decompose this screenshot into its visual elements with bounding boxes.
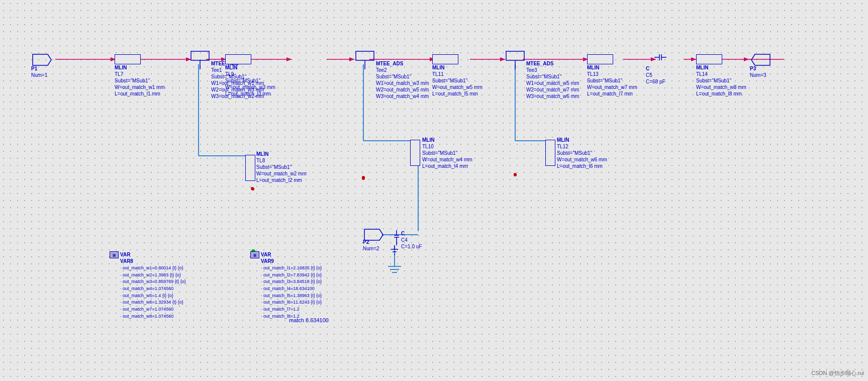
tl10-component [410,140,420,166]
tl12-component [545,140,555,166]
tl13-label: MLIN TL13 Subst="MSub1" W=out_match_w7 m… [587,64,637,97]
var8-icon: ▦ [110,251,119,258]
watermark: CSDN @怡步颐心.rui [811,369,864,377]
tl9-label: MLIN TL9 Subst="MSub1" W=out_match_w3 mm… [225,64,275,97]
tee3-label: MTEE_ADS Tee3 Subst="MSub1" W1=out_match… [526,60,579,100]
tl12-label: MLIN TL12 Subst="MSub1" W=out_match_w6 m… [557,137,607,169]
tee2-label: MTEE_ADS Tee2 Subst="MSub1" W1=out_match… [376,60,429,100]
svg-marker-7 [286,57,292,61]
var8-block: ▦ VAR VAR8 · out_match_w1=0.80014 {t} {o… [110,251,186,320]
tl14-component [696,54,722,64]
var9-label: VAR VAR9 · out_match_l1=2.16835 {t} {o} … [261,251,322,320]
port-p3-label: P3 Num=3 [750,65,766,78]
tl9-component [225,54,251,64]
tl11-component [432,54,458,64]
svg-rect-43 [356,51,374,60]
tee1-component [190,50,210,70]
tee3-component [505,50,525,70]
tl7-label: MLIN TL7 Subst="MSub1" W=out_match_w1 mm… [115,64,165,97]
var8-label: VAR VAR8 · out_match_w1=0.80014 {t} {o} … [120,251,186,320]
svg-marker-40 [33,54,51,65]
red-dot-tl8 [251,187,254,190]
tl10-label: MLIN TL10 Subst="MSub1" W=out_match_w4 m… [422,137,472,169]
tl8-component [245,155,255,181]
svg-rect-41 [191,51,209,60]
tl8-label: MLIN TL8 Subst="MSub1" W=out_match_w2 mm… [256,151,307,183]
port-p1-label: P1 Num=1 [31,65,48,78]
c4-component [393,230,400,247]
tl13-component [587,54,613,64]
red-dot-tl10 [362,176,365,179]
ground-c4 [390,245,400,260]
c5-label: C C5 C=68 pF [646,65,665,85]
svg-marker-51 [751,54,770,65]
tl14-label: MLIN TL14 Subst="MSub1" W=out_match_w8 m… [696,64,746,97]
port-p2-label: P2 Num=2 [363,239,379,252]
var9-block: ▦ VAR VAR9 · out_match_l1=2.16835 {t} {o… [250,251,322,320]
tee2-component [355,50,375,70]
tl7-component [115,54,141,64]
svg-marker-13 [500,57,505,61]
tl11-label: MLIN TL11 Subst="MSub1" W=out_match_w5 m… [432,64,483,97]
c4-label: C C4 C=1.0 uF [401,230,422,250]
svg-rect-45 [506,51,524,60]
red-dot-tl12 [514,173,517,176]
svg-marker-9 [349,57,354,61]
svg-marker-21 [744,57,749,61]
svg-marker-19 [691,57,696,61]
var9-icon: ▦ [250,251,259,258]
